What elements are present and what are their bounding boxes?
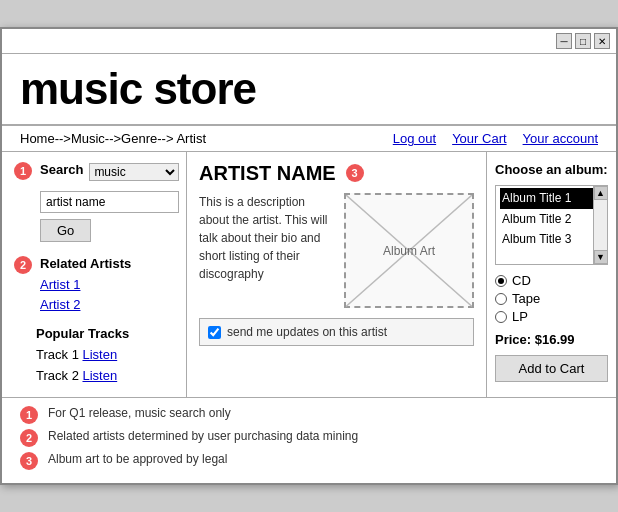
artist-body: This is a description about the artist. … — [199, 193, 474, 308]
album-scrollbar[interactable]: ▲ ▼ — [593, 186, 607, 264]
track-1-label: Track 1 — [36, 347, 79, 362]
right-panel: Choose an album: Album Title 1 Album Tit… — [486, 152, 616, 397]
related-artists-content: Related Artists Artist 1 Artist 2 — [40, 256, 131, 314]
scroll-track — [594, 200, 607, 250]
badge-1: 1 — [14, 162, 32, 180]
lp-radio[interactable] — [495, 311, 507, 323]
add-to-cart-button[interactable]: Add to Cart — [495, 355, 608, 382]
bottom-notes: 1 For Q1 release, music search only 2 Re… — [2, 397, 616, 483]
artist-1-link[interactable]: Artist 1 — [40, 275, 131, 295]
main-window: ─ □ ✕ music store Home-->Music-->Genre--… — [0, 27, 618, 485]
bottom-note-1-text: For Q1 release, music search only — [48, 406, 231, 420]
track-2-listen[interactable]: Listen — [82, 368, 117, 383]
format-options: CD Tape LP — [495, 273, 608, 324]
scroll-down-button[interactable]: ▼ — [594, 250, 608, 264]
logout-link[interactable]: Log out — [393, 131, 436, 146]
email-subscribe-row: send me updates on this artist — [199, 318, 474, 346]
bottom-note-2-text: Related artists determined by user purch… — [48, 429, 358, 443]
album-item-1[interactable]: Album Title 2 — [500, 209, 603, 229]
minimize-button[interactable]: ─ — [556, 33, 572, 49]
search-area: 1 Search music artist album Go — [14, 162, 174, 242]
price-label: Price: $16.99 — [495, 332, 608, 347]
badge-2: 2 — [14, 256, 32, 274]
breadcrumb-text: Home-->Music-->Genre--> Artist — [20, 131, 206, 146]
bottom-badge-1: 1 — [20, 406, 38, 424]
related-artists-section: 2 Related Artists Artist 1 Artist 2 — [14, 256, 174, 314]
search-label: Search — [40, 162, 83, 177]
artist-header: ARTIST NAME 3 — [199, 162, 474, 185]
artist-bio: This is a description about the artist. … — [199, 193, 334, 308]
track-2-label: Track 2 — [36, 368, 79, 383]
artist-name: ARTIST NAME — [199, 162, 336, 185]
album-item-2[interactable]: Album Title 3 — [500, 229, 603, 249]
main-content: ARTIST NAME 3 This is a description abou… — [187, 152, 486, 397]
popular-tracks-title: Popular Tracks — [36, 326, 174, 341]
album-art-box: Album Art — [344, 193, 474, 308]
format-lp: LP — [495, 309, 608, 324]
tape-label: Tape — [512, 291, 540, 306]
related-artists-title: Related Artists — [40, 256, 131, 271]
account-link[interactable]: Your account — [523, 131, 598, 146]
page-body: 1 Search music artist album Go — [2, 152, 616, 397]
title-bar: ─ □ ✕ — [2, 29, 616, 54]
album-list-inner: Album Title 1 Album Title 2 Album Title … — [496, 186, 607, 251]
email-label: send me updates on this artist — [227, 325, 387, 339]
bottom-note-3-text: Album art to be approved by legal — [48, 452, 227, 466]
search-select[interactable]: music artist album — [89, 163, 179, 181]
format-tape: Tape — [495, 291, 608, 306]
tape-radio[interactable] — [495, 293, 507, 305]
cart-link[interactable]: Your Cart — [452, 131, 506, 146]
sidebar: 1 Search music artist album Go — [2, 152, 187, 397]
sidebar-sections: 2 Related Artists Artist 1 Artist 2 Popu… — [14, 256, 174, 387]
site-header: music store — [2, 54, 616, 126]
artist-2-link[interactable]: Artist 2 — [40, 295, 131, 315]
choose-album-label: Choose an album: — [495, 162, 608, 177]
bottom-note-2: 2 Related artists determined by user pur… — [20, 429, 598, 447]
site-title: music store — [20, 64, 598, 114]
lp-label: LP — [512, 309, 528, 324]
track-1-row: Track 1 Listen — [36, 345, 174, 366]
nav-right: Log out Your Cart Your account — [389, 131, 598, 146]
cd-label: CD — [512, 273, 531, 288]
album-list-box[interactable]: Album Title 1 Album Title 2 Album Title … — [495, 185, 608, 265]
bottom-note-1: 1 For Q1 release, music search only — [20, 406, 598, 424]
format-cd: CD — [495, 273, 608, 288]
go-button[interactable]: Go — [40, 219, 91, 242]
album-art-label: Album Art — [383, 244, 435, 258]
email-checkbox[interactable] — [208, 326, 221, 339]
search-controls: Search music artist album Go — [40, 162, 179, 242]
maximize-button[interactable]: □ — [575, 33, 591, 49]
bottom-badge-2: 2 — [20, 429, 38, 447]
breadcrumb: Home-->Music-->Genre--> Artist — [20, 131, 206, 146]
bottom-badge-3: 3 — [20, 452, 38, 470]
popular-tracks-section: Popular Tracks Track 1 Listen Track 2 Li… — [36, 326, 174, 387]
bottom-note-3: 3 Album art to be approved by legal — [20, 452, 598, 470]
scroll-up-button[interactable]: ▲ — [594, 186, 608, 200]
search-input[interactable] — [40, 191, 179, 213]
search-label-row: Search music artist album — [40, 162, 179, 181]
album-item-0[interactable]: Album Title 1 — [500, 188, 603, 208]
nav-bar: Home-->Music-->Genre--> Artist Log out Y… — [2, 126, 616, 152]
close-button[interactable]: ✕ — [594, 33, 610, 49]
cd-radio[interactable] — [495, 275, 507, 287]
badge-3: 3 — [346, 164, 364, 182]
track-1-listen[interactable]: Listen — [82, 347, 117, 362]
track-2-row: Track 2 Listen — [36, 366, 174, 387]
